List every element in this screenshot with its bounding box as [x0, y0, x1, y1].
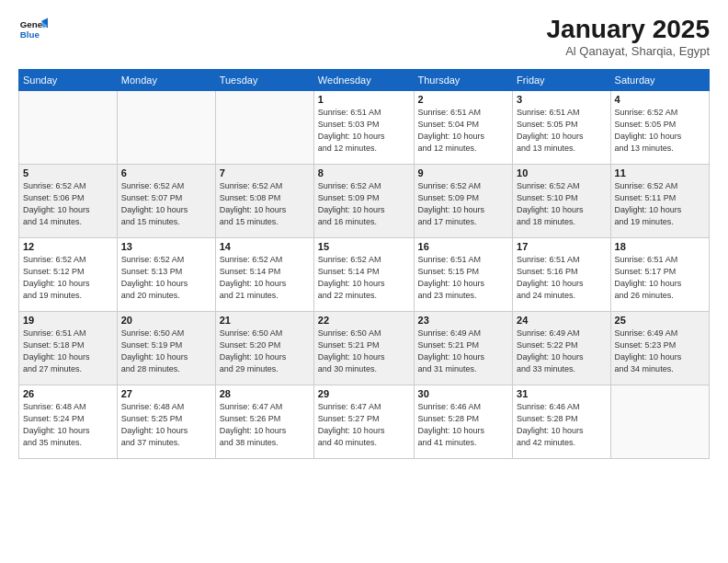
day-info: Sunrise: 6:46 AM Sunset: 5:28 PM Dayligh… — [418, 401, 509, 449]
day-number: 31 — [517, 388, 607, 399]
header-thursday: Thursday — [414, 70, 513, 91]
day-number: 22 — [318, 315, 410, 326]
table-row — [215, 91, 313, 165]
day-number: 14 — [220, 241, 310, 252]
day-number: 7 — [220, 167, 310, 178]
table-row: 10Sunrise: 6:52 AM Sunset: 5:10 PM Dayli… — [513, 165, 611, 238]
day-number: 15 — [318, 241, 410, 252]
day-number: 12 — [23, 241, 113, 252]
table-row — [610, 385, 709, 459]
table-row: 23Sunrise: 6:49 AM Sunset: 5:21 PM Dayli… — [414, 312, 513, 385]
day-number: 24 — [517, 315, 607, 326]
day-number: 6 — [121, 167, 211, 178]
day-info: Sunrise: 6:51 AM Sunset: 5:17 PM Dayligh… — [615, 254, 705, 302]
table-row: 4Sunrise: 6:52 AM Sunset: 5:05 PM Daylig… — [610, 91, 709, 165]
day-number: 1 — [318, 94, 410, 105]
table-row: 2Sunrise: 6:51 AM Sunset: 5:04 PM Daylig… — [414, 91, 513, 165]
table-row: 14Sunrise: 6:52 AM Sunset: 5:14 PM Dayli… — [215, 238, 313, 312]
day-number: 29 — [318, 388, 410, 399]
logo-icon: General Blue — [18, 15, 48, 44]
day-info: Sunrise: 6:52 AM Sunset: 5:05 PM Dayligh… — [615, 107, 705, 155]
day-info: Sunrise: 6:52 AM Sunset: 5:10 PM Dayligh… — [517, 180, 607, 228]
header-sunday: Sunday — [19, 70, 118, 91]
day-number: 5 — [23, 167, 113, 178]
calendar-week-row: 1Sunrise: 6:51 AM Sunset: 5:03 PM Daylig… — [19, 91, 710, 165]
header-tuesday: Tuesday — [215, 70, 313, 91]
day-number: 9 — [418, 167, 509, 178]
table-row: 6Sunrise: 6:52 AM Sunset: 5:07 PM Daylig… — [117, 165, 215, 238]
table-row: 15Sunrise: 6:52 AM Sunset: 5:14 PM Dayli… — [313, 238, 414, 312]
day-number: 16 — [418, 241, 509, 252]
table-row: 19Sunrise: 6:51 AM Sunset: 5:18 PM Dayli… — [19, 312, 118, 385]
day-info: Sunrise: 6:48 AM Sunset: 5:25 PM Dayligh… — [121, 401, 211, 449]
day-number: 30 — [418, 388, 509, 399]
calendar-week-row: 19Sunrise: 6:51 AM Sunset: 5:18 PM Dayli… — [19, 312, 710, 385]
calendar: Sunday Monday Tuesday Wednesday Thursday… — [18, 69, 710, 459]
table-row: 18Sunrise: 6:51 AM Sunset: 5:17 PM Dayli… — [610, 238, 709, 312]
day-info: Sunrise: 6:52 AM Sunset: 5:12 PM Dayligh… — [23, 254, 113, 302]
day-number: 17 — [517, 241, 607, 252]
day-number: 8 — [318, 167, 410, 178]
table-row — [19, 91, 118, 165]
subtitle: Al Qanayat, Sharqia, Egypt — [547, 44, 710, 58]
table-row: 24Sunrise: 6:49 AM Sunset: 5:22 PM Dayli… — [513, 312, 611, 385]
table-row: 5Sunrise: 6:52 AM Sunset: 5:06 PM Daylig… — [19, 165, 118, 238]
day-info: Sunrise: 6:52 AM Sunset: 5:07 PM Dayligh… — [121, 180, 211, 228]
header-saturday: Saturday — [610, 70, 709, 91]
day-info: Sunrise: 6:51 AM Sunset: 5:18 PM Dayligh… — [23, 327, 113, 375]
day-number: 21 — [220, 315, 310, 326]
table-row: 31Sunrise: 6:46 AM Sunset: 5:28 PM Dayli… — [513, 385, 611, 459]
day-number: 28 — [220, 388, 310, 399]
day-info: Sunrise: 6:52 AM Sunset: 5:11 PM Dayligh… — [615, 180, 705, 228]
day-number: 18 — [615, 241, 705, 252]
day-info: Sunrise: 6:50 AM Sunset: 5:19 PM Dayligh… — [121, 327, 211, 375]
day-number: 13 — [121, 241, 211, 252]
day-info: Sunrise: 6:52 AM Sunset: 5:13 PM Dayligh… — [121, 254, 211, 302]
table-row: 9Sunrise: 6:52 AM Sunset: 5:09 PM Daylig… — [414, 165, 513, 238]
day-number: 20 — [121, 315, 211, 326]
day-info: Sunrise: 6:51 AM Sunset: 5:05 PM Dayligh… — [517, 107, 607, 155]
calendar-week-row: 12Sunrise: 6:52 AM Sunset: 5:12 PM Dayli… — [19, 238, 710, 312]
table-row: 11Sunrise: 6:52 AM Sunset: 5:11 PM Dayli… — [610, 165, 709, 238]
table-row: 28Sunrise: 6:47 AM Sunset: 5:26 PM Dayli… — [215, 385, 313, 459]
logo: General Blue — [18, 15, 48, 44]
day-info: Sunrise: 6:52 AM Sunset: 5:09 PM Dayligh… — [318, 180, 410, 228]
day-info: Sunrise: 6:47 AM Sunset: 5:26 PM Dayligh… — [220, 401, 310, 449]
day-number: 25 — [615, 315, 705, 326]
day-number: 26 — [23, 388, 113, 399]
day-info: Sunrise: 6:47 AM Sunset: 5:27 PM Dayligh… — [318, 401, 410, 449]
table-row: 17Sunrise: 6:51 AM Sunset: 5:16 PM Dayli… — [513, 238, 611, 312]
table-row — [117, 91, 215, 165]
day-number: 4 — [615, 94, 705, 105]
day-number: 11 — [615, 167, 705, 178]
table-row: 8Sunrise: 6:52 AM Sunset: 5:09 PM Daylig… — [313, 165, 414, 238]
day-number: 19 — [23, 315, 113, 326]
day-info: Sunrise: 6:48 AM Sunset: 5:24 PM Dayligh… — [23, 401, 113, 449]
calendar-week-row: 26Sunrise: 6:48 AM Sunset: 5:24 PM Dayli… — [19, 385, 710, 459]
day-info: Sunrise: 6:52 AM Sunset: 5:09 PM Dayligh… — [418, 180, 509, 228]
svg-text:Blue: Blue — [20, 29, 40, 40]
day-info: Sunrise: 6:51 AM Sunset: 5:04 PM Dayligh… — [418, 107, 509, 155]
table-row: 27Sunrise: 6:48 AM Sunset: 5:25 PM Dayli… — [117, 385, 215, 459]
table-row: 20Sunrise: 6:50 AM Sunset: 5:19 PM Dayli… — [117, 312, 215, 385]
day-info: Sunrise: 6:52 AM Sunset: 5:08 PM Dayligh… — [220, 180, 310, 228]
day-info: Sunrise: 6:52 AM Sunset: 5:14 PM Dayligh… — [220, 254, 310, 302]
day-number: 2 — [418, 94, 509, 105]
day-info: Sunrise: 6:50 AM Sunset: 5:20 PM Dayligh… — [220, 327, 310, 375]
day-info: Sunrise: 6:49 AM Sunset: 5:22 PM Dayligh… — [517, 327, 607, 375]
table-row: 26Sunrise: 6:48 AM Sunset: 5:24 PM Dayli… — [19, 385, 118, 459]
table-row: 3Sunrise: 6:51 AM Sunset: 5:05 PM Daylig… — [513, 91, 611, 165]
day-number: 23 — [418, 315, 509, 326]
day-number: 27 — [121, 388, 211, 399]
table-row: 29Sunrise: 6:47 AM Sunset: 5:27 PM Dayli… — [313, 385, 414, 459]
day-info: Sunrise: 6:52 AM Sunset: 5:14 PM Dayligh… — [318, 254, 410, 302]
month-title: January 2025 — [547, 15, 710, 44]
table-row: 12Sunrise: 6:52 AM Sunset: 5:12 PM Dayli… — [19, 238, 118, 312]
day-info: Sunrise: 6:49 AM Sunset: 5:23 PM Dayligh… — [615, 327, 705, 375]
header-friday: Friday — [513, 70, 611, 91]
day-info: Sunrise: 6:51 AM Sunset: 5:16 PM Dayligh… — [517, 254, 607, 302]
header: General Blue January 2025 Al Qanayat, Sh… — [18, 15, 710, 58]
page: General Blue January 2025 Al Qanayat, Sh… — [0, 0, 728, 563]
table-row: 1Sunrise: 6:51 AM Sunset: 5:03 PM Daylig… — [313, 91, 414, 165]
table-row: 16Sunrise: 6:51 AM Sunset: 5:15 PM Dayli… — [414, 238, 513, 312]
